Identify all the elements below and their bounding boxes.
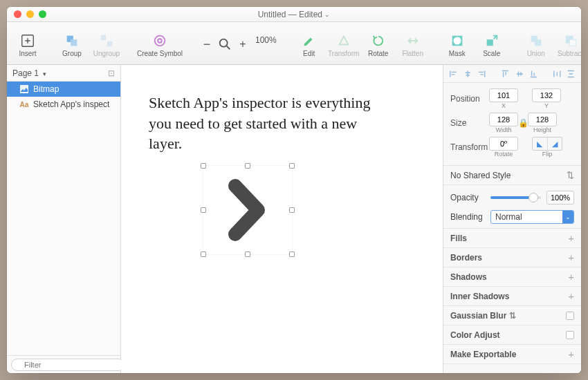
align-bottom-icon[interactable]: [529, 69, 538, 79]
create-symbol-button[interactable]: Create Symbol: [136, 30, 184, 57]
symbol-icon: [152, 33, 167, 48]
flip-horizontal-button[interactable]: ◣: [533, 137, 548, 150]
minimize-window-button[interactable]: [26, 10, 34, 18]
title-dropdown-icon: ⌄: [324, 11, 330, 18]
shared-style-select[interactable]: No Shared Style ⇅: [443, 166, 581, 185]
mask-button[interactable]: Mask: [442, 30, 472, 57]
edit-label: Edit: [303, 50, 315, 57]
canvas-text-layer[interactable]: Sketch App's inspector is everything you…: [149, 93, 384, 154]
window-title[interactable]: Untitled — Edited ⌄: [7, 10, 581, 19]
resize-handle-bm[interactable]: [245, 251, 250, 257]
resize-handle-ml[interactable]: [201, 207, 206, 213]
ungroup-button[interactable]: Ungroup: [91, 30, 122, 57]
add-export-icon[interactable]: +: [568, 348, 574, 360]
align-center-v-icon[interactable]: [515, 69, 524, 79]
collapse-pages-icon[interactable]: ⊡: [108, 68, 115, 78]
make-exportable-section[interactable]: Make Exportable+: [443, 345, 581, 364]
layer-filter-input[interactable]: [11, 359, 125, 371]
flatten-label: Flatten: [402, 50, 423, 57]
mask-icon: [450, 33, 465, 48]
svg-point-6: [158, 39, 162, 43]
distribute-v-icon[interactable]: [567, 69, 576, 79]
flatten-icon: [405, 33, 421, 48]
scale-icon: [484, 33, 499, 48]
borders-section[interactable]: Borders+: [443, 248, 581, 267]
group-button[interactable]: Group: [57, 30, 87, 57]
zoom-out-button[interactable]: −: [198, 33, 216, 53]
resize-handle-tr[interactable]: [289, 163, 295, 169]
width-sublabel: Width: [495, 126, 511, 133]
page-selector[interactable]: Page 1 ▾ ⊡: [7, 65, 120, 82]
shadows-section[interactable]: Shadows+: [443, 267, 581, 287]
resize-handle-tm[interactable]: [245, 163, 250, 169]
color-adjust-section[interactable]: Color Adjust: [443, 325, 581, 345]
bitmap-layer-content: [203, 166, 292, 254]
distribute-h-icon[interactable]: [553, 69, 562, 79]
color-adjust-checkbox[interactable]: [566, 331, 574, 339]
insert-button[interactable]: Insert: [12, 30, 43, 57]
add-fill-icon[interactable]: +: [568, 232, 574, 244]
opacity-input[interactable]: [546, 191, 574, 205]
resize-handle-br[interactable]: [289, 251, 295, 257]
layer-item-text[interactable]: Aa Sketch App's inspect: [7, 97, 120, 112]
svg-point-9: [453, 37, 461, 44]
blending-label: Blending: [450, 212, 485, 222]
flip-controls: ◣◢: [532, 137, 562, 151]
mask-label: Mask: [449, 50, 466, 57]
position-label: Position: [450, 94, 489, 104]
flatten-button[interactable]: Flatten: [398, 30, 428, 57]
flip-sublabel: Flip: [542, 151, 553, 158]
selection-bounds[interactable]: [203, 165, 293, 255]
blur-enable-checkbox[interactable]: [566, 312, 574, 320]
scale-button[interactable]: Scale: [477, 30, 507, 57]
add-border-icon[interactable]: +: [568, 251, 574, 263]
close-window-button[interactable]: [14, 10, 21, 18]
appearance-panel: Opacity Blending Normal ⌄: [443, 185, 581, 229]
rotate-sublabel: Rotate: [495, 151, 513, 158]
rotate-button[interactable]: Rotate: [363, 30, 394, 57]
fills-section[interactable]: Fills+: [443, 229, 581, 248]
align-right-icon[interactable]: [477, 69, 486, 79]
titlebar[interactable]: Untitled — Edited ⌄: [7, 7, 581, 22]
shadows-label: Shadows: [450, 272, 487, 282]
sketch-window: Untitled — Edited ⌄ Insert Group Ungroup…: [7, 7, 581, 373]
subtract-label: Subtract: [558, 50, 581, 57]
transform-icon: [336, 33, 351, 48]
blending-select[interactable]: Normal ⌄: [490, 210, 574, 224]
flip-vertical-button[interactable]: ◢: [548, 137, 562, 150]
svg-rect-2: [71, 39, 77, 46]
position-y-input[interactable]: [532, 88, 561, 102]
zoom-window-button[interactable]: [39, 10, 46, 18]
resize-handle-mr[interactable]: [289, 207, 295, 213]
align-center-h-icon[interactable]: [463, 69, 472, 79]
rotate-label: Rotate: [368, 50, 388, 57]
insert-icon: [20, 33, 35, 48]
align-left-icon[interactable]: [449, 69, 458, 79]
position-x-input[interactable]: [489, 88, 518, 102]
updown-icon: ⇅: [509, 311, 516, 321]
lock-aspect-icon[interactable]: 🔒: [518, 118, 528, 128]
zoom-in-button[interactable]: +: [234, 33, 252, 53]
subtract-button[interactable]: Subtract: [555, 30, 581, 57]
magnifier-icon: [217, 37, 232, 52]
union-button[interactable]: Union: [521, 30, 551, 57]
add-inner-shadow-icon[interactable]: +: [568, 290, 574, 302]
zoom-reset-button[interactable]: [216, 33, 234, 53]
gaussian-blur-section[interactable]: Gaussian Blur⇅: [443, 306, 581, 325]
layer-item-bitmap[interactable]: Bitmap: [7, 82, 120, 97]
union-label: Union: [527, 50, 545, 57]
slider-knob[interactable]: [529, 193, 538, 202]
rotate-input[interactable]: [489, 137, 518, 151]
width-input[interactable]: [489, 113, 518, 126]
opacity-slider[interactable]: [490, 196, 541, 199]
canvas[interactable]: Sketch App's inspector is everything you…: [121, 65, 443, 373]
resize-handle-bl[interactable]: [201, 251, 206, 257]
align-top-icon[interactable]: [501, 69, 510, 79]
updown-icon: ⇅: [567, 170, 574, 180]
height-input[interactable]: [528, 113, 557, 126]
inner-shadows-section[interactable]: Inner Shadows+: [443, 287, 581, 306]
transform-button[interactable]: Transform: [329, 30, 359, 57]
edit-button[interactable]: Edit: [294, 30, 324, 57]
add-shadow-icon[interactable]: +: [568, 271, 574, 283]
resize-handle-tl[interactable]: [201, 163, 206, 169]
